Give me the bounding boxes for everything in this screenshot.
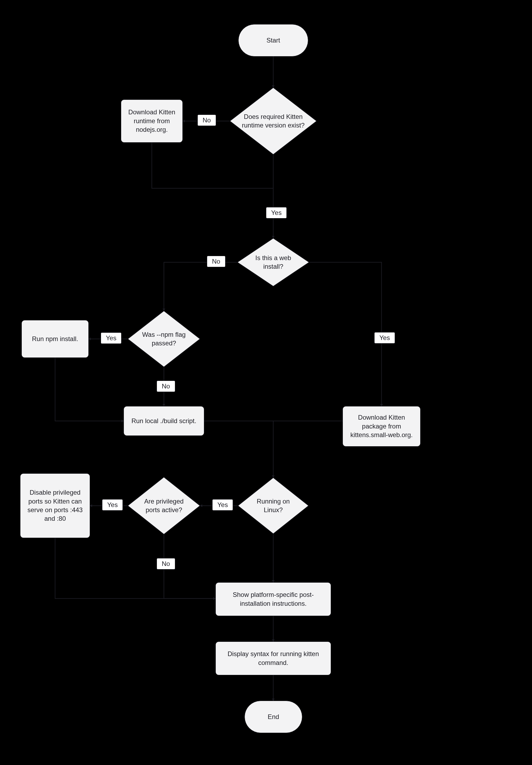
terminator-end-label: End: [268, 713, 279, 721]
process-run-build: Run local ./build script.: [124, 406, 204, 436]
edge-label-privports-no: No: [157, 558, 175, 569]
decision-runtime-exists: Does required Kitten runtime version exi…: [230, 87, 317, 155]
process-download-package: Download Kitten package from kittens.sma…: [343, 406, 420, 446]
edge-label-linux-yes: Yes: [212, 499, 233, 510]
terminator-end: End: [244, 701, 302, 733]
edge-label-runtime-no: No: [197, 115, 216, 126]
decision-linux: Running on Linux?: [238, 477, 309, 534]
decision-runtime-exists-label: Does required Kitten runtime version exi…: [230, 112, 317, 130]
decision-privileged-ports-label: Are privileged ports active?: [128, 497, 200, 514]
edge-label-webinstall-no: No: [207, 256, 225, 267]
process-download-package-label: Download Kitten package from kittens.sma…: [347, 413, 416, 439]
process-display-syntax: Display syntax for running kitten comman…: [215, 641, 331, 675]
decision-npm-flag-label: Was --npm flag passed?: [128, 330, 200, 348]
decision-npm-flag: Was --npm flag passed?: [128, 311, 200, 367]
process-download-runtime: Download Kitten runtime from nodejs.org.: [121, 100, 183, 143]
decision-linux-label: Running on Linux?: [238, 497, 309, 514]
process-download-runtime-label: Download Kitten runtime from nodejs.org.: [126, 108, 178, 134]
process-post-install-label: Show platform-specific post-installation…: [220, 590, 327, 608]
flowchart-canvas: Start Does required Kitten runtime versi…: [0, 0, 532, 765]
process-disable-ports: Disable privileged ports so Kitten can s…: [20, 473, 90, 538]
process-display-syntax-label: Display syntax for running kitten comman…: [220, 650, 327, 667]
decision-web-install-label: Is this a web install?: [237, 254, 309, 271]
decision-privileged-ports: Are privileged ports active?: [128, 477, 200, 534]
process-post-install: Show platform-specific post-installation…: [215, 582, 331, 616]
terminator-start-label: Start: [267, 36, 280, 45]
edge-label-npm-yes: Yes: [101, 333, 122, 344]
terminator-start: Start: [238, 24, 308, 57]
process-run-npm-label: Run npm install.: [32, 335, 78, 343]
process-run-npm: Run npm install.: [22, 320, 89, 358]
decision-web-install: Is this a web install?: [237, 238, 309, 287]
edge-label-runtime-yes: Yes: [266, 207, 287, 219]
process-disable-ports-label: Disable privileged ports so Kitten can s…: [25, 488, 86, 523]
edge-label-npm-no: No: [157, 381, 175, 392]
edge-label-privports-yes: Yes: [102, 499, 123, 510]
edge-label-webinstall-yes: Yes: [374, 332, 395, 344]
process-run-build-label: Run local ./build script.: [132, 417, 196, 425]
